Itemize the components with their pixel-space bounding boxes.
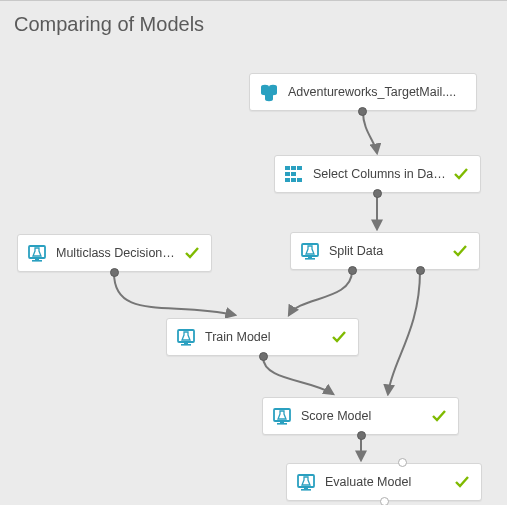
node-label: Adventureworks_TargetMail.... bbox=[280, 85, 466, 99]
port-out[interactable] bbox=[348, 266, 357, 275]
node-label: Evaluate Model bbox=[317, 475, 453, 489]
check-icon bbox=[451, 242, 469, 260]
port-out[interactable] bbox=[259, 352, 268, 361]
svg-rect-15 bbox=[291, 178, 296, 182]
svg-rect-24 bbox=[184, 342, 188, 344]
svg-rect-22 bbox=[32, 260, 42, 262]
svg-rect-16 bbox=[297, 178, 302, 182]
check-icon bbox=[330, 328, 348, 346]
svg-rect-18 bbox=[308, 256, 312, 258]
svg-rect-10 bbox=[291, 166, 296, 170]
edge-train-score bbox=[263, 357, 333, 394]
node-label: Multiclass Decision Forest bbox=[48, 246, 183, 260]
experiment-icon bbox=[299, 240, 321, 262]
check-icon bbox=[452, 165, 470, 183]
node-select-columns[interactable]: Select Columns in Dataset bbox=[274, 155, 481, 193]
page-title: Comparing of Models bbox=[14, 13, 204, 36]
svg-rect-19 bbox=[305, 258, 315, 260]
experiment-icon bbox=[175, 326, 197, 348]
experiment-icon bbox=[271, 405, 293, 427]
svg-rect-30 bbox=[304, 487, 308, 489]
port-out[interactable] bbox=[373, 189, 382, 198]
node-train-model[interactable]: Train Model bbox=[166, 318, 359, 356]
node-score-model[interactable]: Score Model bbox=[262, 397, 459, 435]
node-multiclass-forest[interactable]: Multiclass Decision Forest bbox=[17, 234, 212, 272]
check-icon bbox=[430, 407, 448, 425]
port-out[interactable] bbox=[416, 266, 425, 275]
svg-rect-27 bbox=[280, 421, 284, 423]
node-label: Score Model bbox=[293, 409, 430, 423]
port-out[interactable] bbox=[357, 431, 366, 440]
svg-rect-28 bbox=[277, 423, 287, 425]
svg-rect-12 bbox=[285, 172, 290, 176]
node-split-data[interactable]: Split Data bbox=[290, 232, 480, 270]
svg-rect-21 bbox=[35, 258, 39, 260]
check-icon bbox=[183, 244, 201, 262]
edge-split-train bbox=[289, 271, 352, 315]
svg-rect-14 bbox=[285, 178, 290, 182]
port-out[interactable] bbox=[110, 268, 119, 277]
dataset-icon bbox=[258, 81, 280, 103]
edge-split-score bbox=[388, 271, 420, 394]
svg-rect-13 bbox=[291, 172, 296, 176]
svg-rect-11 bbox=[297, 166, 302, 170]
node-dataset[interactable]: Adventureworks_TargetMail.... bbox=[249, 73, 477, 111]
experiment-icon bbox=[26, 242, 48, 264]
svg-rect-31 bbox=[301, 489, 311, 491]
port-in[interactable] bbox=[398, 458, 407, 467]
edge-forest-train bbox=[114, 273, 235, 315]
check-icon bbox=[453, 473, 471, 491]
experiment-icon bbox=[295, 471, 317, 493]
node-label: Split Data bbox=[321, 244, 451, 258]
svg-rect-25 bbox=[181, 344, 191, 346]
svg-rect-9 bbox=[285, 166, 290, 170]
columns-icon bbox=[283, 163, 305, 185]
svg-point-8 bbox=[265, 97, 273, 101]
node-label: Train Model bbox=[197, 330, 330, 344]
port-out[interactable] bbox=[358, 107, 367, 116]
edge-dataset-select bbox=[363, 112, 377, 153]
node-evaluate-model[interactable]: Evaluate Model bbox=[286, 463, 482, 501]
port-out[interactable] bbox=[380, 497, 389, 505]
node-label: Select Columns in Dataset bbox=[305, 167, 452, 181]
